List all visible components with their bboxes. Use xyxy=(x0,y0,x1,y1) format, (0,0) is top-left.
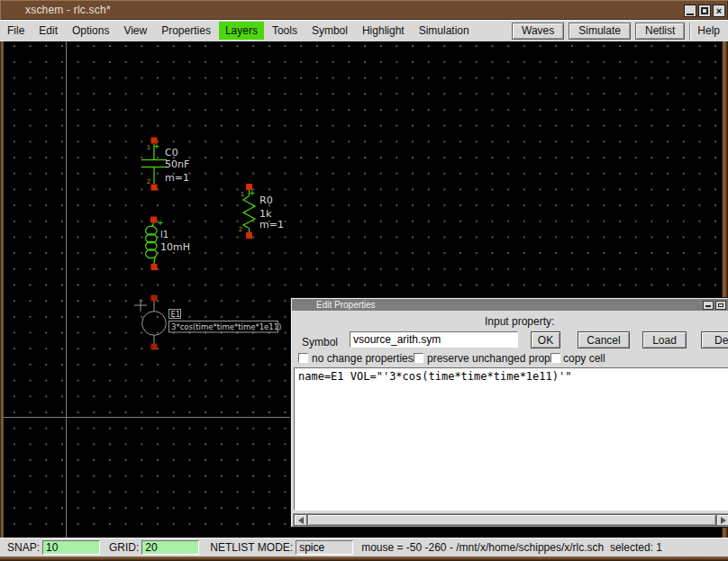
polarity-plus: + xyxy=(154,141,159,151)
polarity-plus: + xyxy=(158,218,163,228)
component-value: 50nF xyxy=(165,158,189,170)
edit-properties-dialog: Edit Properties Input property: Symbol O… xyxy=(290,297,728,528)
scroll-left-button[interactable] xyxy=(294,514,307,526)
component-name: l1 xyxy=(160,230,168,240)
menu-edit[interactable]: Edit xyxy=(32,22,64,40)
horizontal-scrollbar[interactable] xyxy=(293,513,728,527)
pin-square xyxy=(246,232,252,239)
ok-button[interactable]: OK xyxy=(531,331,560,348)
component-value: 10mH xyxy=(160,241,190,253)
snap-label: SNAP: xyxy=(7,541,40,554)
maximize-icon xyxy=(718,303,723,307)
component-inductor-l1[interactable]: + l1 10mH xyxy=(146,217,190,271)
pin-number: 1 xyxy=(147,144,150,150)
pin-square xyxy=(151,295,158,302)
dialog-minimize-button[interactable] xyxy=(703,301,714,310)
minimize-icon xyxy=(705,305,711,307)
del-button[interactable]: Del xyxy=(701,331,728,348)
pin-number: 2 xyxy=(239,226,242,232)
polarity-plus: + xyxy=(250,188,255,198)
menu-bar: File Edit Options View Properties Layers… xyxy=(0,20,728,41)
menu-help[interactable]: Help xyxy=(689,23,728,40)
xschem-window: xschem - rlc.sch* × File Edit Options Vi… xyxy=(0,0,728,561)
menu-highlight[interactable]: Highlight xyxy=(356,22,411,40)
component-source-e1-selected[interactable]: E1 3*cos(time*time*time*1e11) xyxy=(134,295,281,350)
window-border-bottom xyxy=(0,556,728,561)
menu-options[interactable]: Options xyxy=(66,22,115,40)
scrollbar-thumb[interactable] xyxy=(307,514,716,526)
component-capacitor-c0[interactable]: 1 + 2 C0 50nF m=1 xyxy=(141,138,189,191)
preserve-unchanged-props-label: preserve unchanged props xyxy=(427,352,556,365)
grid-label: GRID: xyxy=(109,541,139,554)
menu-layers[interactable]: Layers xyxy=(219,22,264,40)
scroll-right-button[interactable] xyxy=(716,514,728,526)
copy-cell-label: copy cell xyxy=(563,352,605,365)
component-mult: m=1 xyxy=(165,172,189,184)
waves-button[interactable]: Waves xyxy=(512,23,564,40)
close-icon: × xyxy=(716,6,722,16)
status-bar: SNAP: GRID: NETLIST MODE: mouse = -50 -2… xyxy=(0,538,728,556)
pin-number: 2 xyxy=(147,178,150,185)
dialog-maximize-button[interactable] xyxy=(715,301,726,310)
minimize-icon xyxy=(687,14,694,15)
pin-square xyxy=(151,344,158,350)
pin-number: 1 xyxy=(241,191,244,197)
component-mult: m=1 xyxy=(259,219,284,231)
component-resistor-r0[interactable]: 1 + 2 R0 1k m=1 xyxy=(239,184,284,239)
title-bar[interactable]: xschem - rlc.sch* × xyxy=(0,0,728,20)
menu-simulation[interactable]: Simulation xyxy=(413,22,476,40)
window-title: xschem - rlc.sch* xyxy=(0,4,111,16)
no-change-properties-checkbox[interactable] xyxy=(298,353,308,363)
load-button[interactable]: Load xyxy=(642,331,687,348)
component-name: C0 xyxy=(165,147,178,158)
window-border-left xyxy=(0,41,4,538)
input-property-label: Input property: xyxy=(485,315,554,328)
dialog-title: Edit Properties xyxy=(292,300,376,310)
cancel-button[interactable]: Cancel xyxy=(578,331,630,348)
arrow-right-icon xyxy=(721,517,728,524)
symbol-input[interactable] xyxy=(350,331,518,348)
pin-square xyxy=(151,264,158,270)
simulate-button[interactable]: Simulate xyxy=(569,23,631,40)
close-button[interactable]: × xyxy=(713,5,725,17)
menu-symbol[interactable]: Symbol xyxy=(305,22,354,40)
component-name: E1 xyxy=(171,310,181,319)
arrow-left-icon xyxy=(295,517,304,524)
menu-file[interactable]: File xyxy=(1,22,31,40)
no-change-properties-label: no change properties xyxy=(312,352,414,365)
dialog-title-bar[interactable]: Edit Properties xyxy=(292,299,728,311)
symbol-label: Symbol xyxy=(302,336,338,348)
preserve-unchanged-props-checkbox[interactable] xyxy=(414,353,423,363)
checkbox-row: no change properties preserve unchanged … xyxy=(291,352,728,365)
snap-input[interactable] xyxy=(42,540,100,555)
component-expression: 3*cos(time*time*time*1e11) xyxy=(171,322,281,331)
pin-square xyxy=(151,185,158,191)
netlist-mode-input[interactable] xyxy=(296,540,353,555)
copy-cell-checkbox[interactable] xyxy=(551,353,560,363)
menu-tools[interactable]: Tools xyxy=(266,22,304,40)
menu-properties[interactable]: Properties xyxy=(155,22,217,40)
maximize-button[interactable] xyxy=(698,5,711,17)
component-name: R0 xyxy=(259,195,273,206)
mouse-status-text: mouse = -50 -260 - /mnt/x/home/schippes/… xyxy=(361,541,662,554)
minimize-button[interactable] xyxy=(684,5,696,17)
grid-input[interactable] xyxy=(141,540,199,555)
netlist-button[interactable]: Netlist xyxy=(635,23,685,40)
property-textarea[interactable]: name=E1 VOL="'3*cos(time*time*time*1e11)… xyxy=(294,367,728,511)
maximize-icon xyxy=(701,7,708,14)
netlist-mode-label: NETLIST MODE: xyxy=(210,541,293,554)
pin-square xyxy=(150,217,157,223)
menu-view[interactable]: View xyxy=(117,22,153,40)
